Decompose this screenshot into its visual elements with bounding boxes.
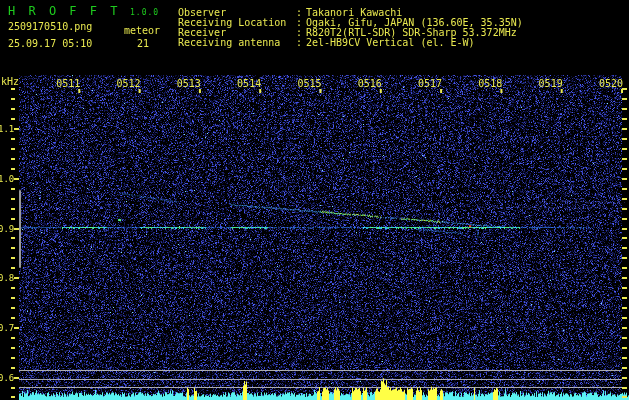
observation-datetime: 25.09.17 05:10 (8, 38, 92, 49)
spectrogram-canvas (0, 0, 629, 400)
time-tick-label: 0511 (54, 79, 80, 89)
info-separator: : (296, 38, 306, 48)
freq-tick-label: 0.9 (0, 224, 13, 234)
freq-tick-label: 0.6 (0, 373, 13, 383)
freq-tick-label: 1.0 (0, 174, 13, 184)
freq-tick-label: 1.1 (0, 124, 13, 134)
info-label: Receiving antenna (178, 38, 296, 48)
station-info-row: Receiving antenna:2el-HB9CV Vertical (el… (178, 38, 523, 48)
freq-tick-label: 0.8 (0, 273, 13, 283)
station-info: Observer:Takanori KawachiReceiving Locat… (178, 8, 523, 48)
hrofft-window: H R O F F T 1.0.0 2509170510.png meteor … (0, 0, 629, 400)
time-tick-label: 0518 (476, 79, 502, 89)
time-tick-label: 0519 (537, 79, 563, 89)
freq-tick-label: 0.7 (0, 323, 13, 333)
mode-label: meteor (124, 25, 160, 36)
info-value: 2el-HB9CV Vertical (el. E-W) (306, 37, 475, 48)
time-tick-label: 0516 (356, 79, 382, 89)
time-tick-label: 0517 (416, 79, 442, 89)
time-tick-label: 0515 (296, 79, 322, 89)
meteor-count: 21 (137, 38, 149, 49)
time-tick-label: 0514 (235, 79, 261, 89)
app-version: 1.0.0 (130, 8, 159, 17)
time-tick-label: 0520 (597, 79, 623, 89)
app-title: H R O F F T (8, 4, 120, 18)
output-filename: 2509170510.png (8, 21, 92, 32)
time-tick-label: 0512 (115, 79, 141, 89)
time-tick-label: 0513 (175, 79, 201, 89)
frequency-unit-label: kHz (1, 76, 19, 87)
